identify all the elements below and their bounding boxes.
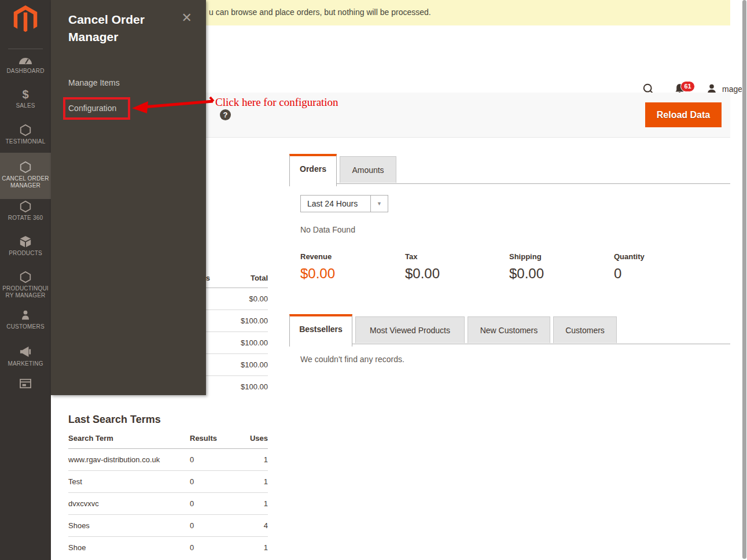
hexagon-icon <box>0 161 51 174</box>
stat-value: $0.00 <box>405 266 506 282</box>
uses-cell: 4 <box>236 521 268 530</box>
sidebar-item-rotate-360[interactable]: ROTATE 360 <box>0 199 51 223</box>
results-cell: 0 <box>190 455 236 464</box>
stat-value: 0 <box>614 266 715 282</box>
sidebar-item-products[interactable]: PRODUCTS <box>0 234 51 258</box>
search-term-cell: Shoe <box>68 543 190 552</box>
hexagon-icon <box>0 200 51 213</box>
bestsellers-tabbar: Bestsellers Most Viewed Products New Cus… <box>289 314 730 344</box>
table-row: Test 0 1 <box>68 471 268 493</box>
admin-sidebar: DASHBOARD $ SALES TESTIMONIAL CANCEL ORD… <box>0 0 51 560</box>
sidebar-item-cancel-order-manager[interactable]: CANCEL ORDER MANAGER <box>0 153 51 199</box>
column-search-term: Search Term <box>68 434 190 443</box>
sidebar-item-sales[interactable]: $ SALES <box>0 87 51 110</box>
stat-label: Tax <box>405 252 506 261</box>
notifications-count-badge[interactable]: 61 <box>680 81 695 92</box>
uses-cell: 1 <box>236 543 268 552</box>
uses-cell: 1 <box>236 455 268 464</box>
column-results: Results <box>190 434 236 443</box>
page-scrollbar <box>742 0 747 560</box>
table-row: Shoes 0 4 <box>68 515 268 537</box>
magento-logo-icon[interactable] <box>12 5 39 34</box>
stat-revenue: Revenue $0.00 <box>300 252 402 282</box>
stat-label: Shipping <box>509 252 610 261</box>
order-total: $0.00 <box>210 294 268 303</box>
date-range-select[interactable]: Last 24 Hours ▼ <box>300 195 388 212</box>
stat-value: $0.00 <box>509 266 610 282</box>
sidebar-item-marketing[interactable]: MARKETING <box>0 345 51 369</box>
sidebar-divider <box>8 49 43 49</box>
person-icon <box>0 309 51 322</box>
scrollbar-thumb[interactable] <box>742 0 746 559</box>
date-range-value: Last 24 Hours <box>301 199 370 208</box>
dashboard-gauge-icon <box>0 53 51 66</box>
sidebar-item-productinquiry-manager[interactable]: PRODUCTINQUIRY MANAGER <box>0 270 51 300</box>
stat-value: $0.00 <box>300 266 402 282</box>
stat-quantity: Quantity 0 <box>614 252 715 282</box>
tab-customers[interactable]: Customers <box>553 316 617 343</box>
uses-cell: 1 <box>236 499 268 508</box>
flyout-title: Cancel Order Manager <box>68 11 175 46</box>
box-icon <box>0 235 51 248</box>
chevron-down-icon: ▼ <box>370 196 388 212</box>
search-terms-header-row: Search Term Results Uses <box>68 426 268 449</box>
orders-empty-message: No Data Found <box>300 225 355 234</box>
cancel-order-manager-flyout: Cancel Order Manager ✕ Manage Items Conf… <box>51 0 206 395</box>
tab-most-viewed-products[interactable]: Most Viewed Products <box>355 316 465 343</box>
stat-label: Quantity <box>614 252 715 261</box>
search-term-cell: dvxcvxvc <box>68 499 190 508</box>
column-uses: Uses <box>236 434 268 443</box>
reload-data-button[interactable]: Reload Data <box>645 102 722 127</box>
sidebar-item-content[interactable] <box>0 377 51 392</box>
annotation-text: Click here for configuration <box>215 96 338 109</box>
hexagon-icon <box>0 271 51 283</box>
orders-panel: Orders Amounts Last 24 Hours ▼ No Data F… <box>289 154 730 184</box>
stat-label: Revenue <box>300 252 402 261</box>
table-row: www.rgav-distribution.co.uk 0 1 <box>68 449 268 471</box>
search-term-cell: Shoes <box>68 521 190 530</box>
search-term-cell: www.rgav-distribution.co.uk <box>68 455 190 464</box>
search-term-cell: Test <box>68 477 190 486</box>
tab-amounts[interactable]: Amounts <box>340 156 396 183</box>
bestsellers-empty-message: We couldn't find any records. <box>300 355 404 364</box>
hexagon-icon <box>0 124 51 137</box>
tab-new-customers[interactable]: New Customers <box>468 316 550 343</box>
orders-tabbar: Orders Amounts <box>289 154 730 184</box>
results-cell: 0 <box>190 499 236 508</box>
table-row: Shoe 0 1 <box>68 537 268 558</box>
results-cell: 0 <box>190 477 236 486</box>
magento-admin-dashboard: u can browse and place orders, but nothi… <box>0 0 747 560</box>
order-total: $100.00 <box>210 382 268 391</box>
tab-orders[interactable]: Orders <box>289 154 337 186</box>
bestsellers-panel: Bestsellers Most Viewed Products New Cus… <box>289 314 730 344</box>
store-notice-text: u can browse and place orders, but nothi… <box>209 8 431 17</box>
stat-tax: Tax $0.00 <box>405 252 506 282</box>
results-cell: 0 <box>190 521 236 530</box>
annotation-arrow-icon <box>127 93 220 117</box>
last-search-terms-section: Last Search Terms Search Term Results Us… <box>68 414 268 558</box>
uses-cell: 1 <box>236 477 268 486</box>
annotation-highlight-box <box>63 97 130 120</box>
table-row: dvxcvxvc 0 1 <box>68 493 268 515</box>
dollar-icon: $ <box>0 88 51 101</box>
order-total: $100.00 <box>210 338 268 347</box>
tab-bestsellers[interactable]: Bestsellers <box>289 314 352 347</box>
stat-shipping: Shipping $0.00 <box>509 252 610 282</box>
order-total: $100.00 <box>210 316 268 325</box>
sidebar-item-testimonial[interactable]: TESTIMONIAL <box>0 123 51 146</box>
section-title: Last Search Terms <box>68 414 268 426</box>
flyout-item-manage-items[interactable]: Manage Items <box>68 78 120 87</box>
column-total: Total <box>210 274 268 282</box>
megaphone-icon <box>0 346 51 359</box>
order-total: $100.00 <box>210 360 268 369</box>
sidebar-item-dashboard[interactable]: DASHBOARD <box>0 52 51 76</box>
content-icon <box>0 378 51 391</box>
help-tooltip-icon[interactable]: ? <box>220 109 231 120</box>
sidebar-item-customers[interactable]: CUSTOMERS <box>0 308 51 331</box>
results-cell: 0 <box>190 543 236 552</box>
close-icon[interactable]: ✕ <box>182 12 192 24</box>
